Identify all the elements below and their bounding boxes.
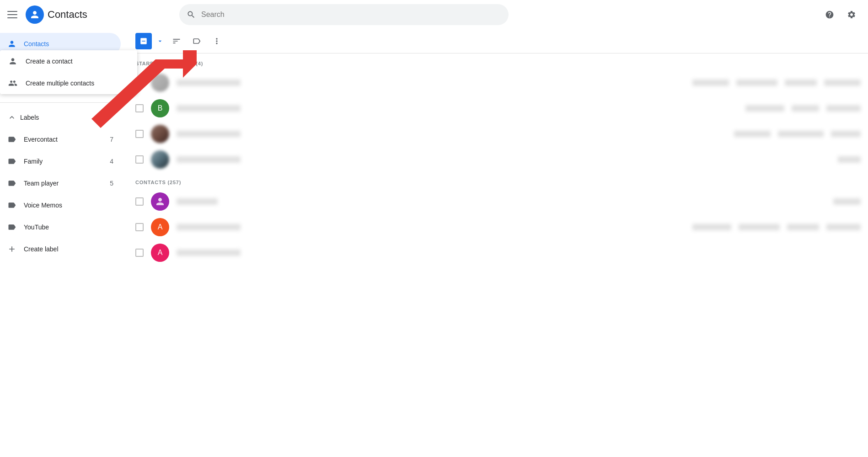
contact-email xyxy=(692,224,731,230)
sort-icon xyxy=(172,37,181,46)
contact-phone xyxy=(736,80,777,86)
contact-checkbox[interactable] xyxy=(135,155,144,164)
contact-checkbox[interactable] xyxy=(135,223,144,231)
create-multiple-contacts-label: Create multiple contacts xyxy=(26,80,94,87)
label-outline-icon xyxy=(192,37,201,46)
contacts-icon xyxy=(7,39,16,48)
contact-phone xyxy=(739,224,780,230)
sidebar-divider xyxy=(0,102,128,103)
starred-contacts-header: STARRED CONTACTS (4) xyxy=(128,53,868,70)
search-bar[interactable] xyxy=(179,4,509,25)
label-icon-voice-memos xyxy=(7,201,16,210)
sidebar-item-team-player-label: Team player xyxy=(24,180,59,187)
search-icon xyxy=(187,10,196,19)
table-row[interactable] xyxy=(128,70,868,96)
plus-icon xyxy=(7,244,16,254)
sidebar-item-family-label: Family xyxy=(24,158,43,165)
sort-button[interactable] xyxy=(168,33,185,49)
table-row[interactable]: A xyxy=(128,240,868,266)
table-row[interactable] xyxy=(128,147,868,172)
contact-data xyxy=(833,198,861,205)
label-button[interactable] xyxy=(188,33,205,49)
contact-data xyxy=(745,105,861,112)
contact-info xyxy=(177,80,685,86)
main-content: STARRED CONTACTS (4) B xyxy=(128,29,868,457)
avatar: B xyxy=(151,99,169,117)
contact-checkbox[interactable] xyxy=(135,197,144,206)
avatar: A xyxy=(151,218,169,236)
settings-button[interactable] xyxy=(842,5,861,24)
sidebar-item-evercontact[interactable]: Evercontact 7 xyxy=(0,128,121,150)
avatar xyxy=(151,74,169,92)
toolbar xyxy=(128,29,868,53)
more-options-button[interactable] xyxy=(209,33,225,49)
sidebar-item-youtube-label: YouTube xyxy=(24,223,49,231)
label-icon-youtube xyxy=(7,223,16,232)
settings-icon xyxy=(847,10,856,19)
label-icon-evercontact xyxy=(7,135,16,144)
contact-name xyxy=(177,198,218,205)
contact-info xyxy=(177,250,861,256)
contact-job xyxy=(785,80,817,86)
create-label-label: Create label xyxy=(24,245,59,253)
contact-checkbox[interactable] xyxy=(135,104,144,112)
header-left: Contacts xyxy=(7,5,172,24)
person-icon xyxy=(7,56,18,67)
sidebar-item-youtube[interactable]: YouTube xyxy=(0,216,121,238)
contact-info xyxy=(177,156,830,163)
more-vert-icon xyxy=(212,37,221,46)
sidebar-item-team-player[interactable]: Team player 5 xyxy=(0,172,121,194)
contact-name xyxy=(177,80,241,86)
contact-info xyxy=(177,224,685,230)
contact-job xyxy=(787,224,819,230)
table-row[interactable] xyxy=(128,189,868,214)
sidebar-item-family-count: 4 xyxy=(110,158,113,165)
contact-phone xyxy=(778,131,824,137)
contact-email xyxy=(745,105,784,112)
select-all-button[interactable] xyxy=(135,33,152,49)
contacts-logo-icon xyxy=(29,9,40,20)
create-contact-label: Create a contact xyxy=(26,58,73,65)
sidebar-item-voice-memos-label: Voice Memos xyxy=(24,202,62,209)
chevron-up-icon xyxy=(7,113,16,122)
search-input[interactable] xyxy=(201,11,501,19)
contact-name xyxy=(177,131,241,137)
avatar xyxy=(151,150,169,169)
contact-checkbox[interactable] xyxy=(135,130,144,138)
contact-email xyxy=(734,131,771,137)
checkbox-icon xyxy=(139,37,148,45)
contacts-header: CONTACTS (257) xyxy=(128,172,868,189)
label-icon-family xyxy=(7,157,16,166)
chevron-down-icon xyxy=(156,37,164,45)
create-multiple-contacts-menu-item[interactable]: Create multiple contacts xyxy=(0,72,137,94)
contact-extra xyxy=(826,224,861,230)
avatar xyxy=(151,192,169,211)
table-row[interactable]: A xyxy=(128,214,868,240)
sidebar-item-evercontact-count: 7 xyxy=(110,136,113,143)
header: Contacts xyxy=(0,0,868,29)
contact-extra xyxy=(831,131,861,137)
app-title: Contacts xyxy=(48,9,87,21)
sidebar-item-create-label[interactable]: Create label xyxy=(0,238,121,260)
labels-section-header[interactable]: Labels xyxy=(0,106,128,128)
table-row[interactable]: B xyxy=(128,96,868,121)
menu-icon[interactable] xyxy=(7,9,18,20)
header-actions xyxy=(820,5,861,24)
contact-phone xyxy=(792,105,819,112)
contact-extra xyxy=(833,198,861,205)
help-button[interactable] xyxy=(820,5,839,24)
create-contact-menu-item[interactable]: Create a contact xyxy=(0,50,137,72)
contact-extra xyxy=(826,105,861,112)
contact-info xyxy=(177,105,738,112)
sidebar-item-family[interactable]: Family 4 xyxy=(0,150,121,172)
table-row[interactable] xyxy=(128,121,868,147)
select-dropdown-button[interactable] xyxy=(155,33,165,49)
contact-name xyxy=(177,156,241,163)
sidebar-item-voice-memos[interactable]: Voice Memos xyxy=(0,194,121,216)
contact-checkbox[interactable] xyxy=(135,249,144,257)
dropdown-menu: Create a contact Create multiple contact… xyxy=(0,50,137,94)
contact-data xyxy=(692,80,861,86)
sidebar-item-team-player-count: 5 xyxy=(110,180,113,187)
contact-data xyxy=(692,224,861,230)
avatar xyxy=(151,125,169,143)
